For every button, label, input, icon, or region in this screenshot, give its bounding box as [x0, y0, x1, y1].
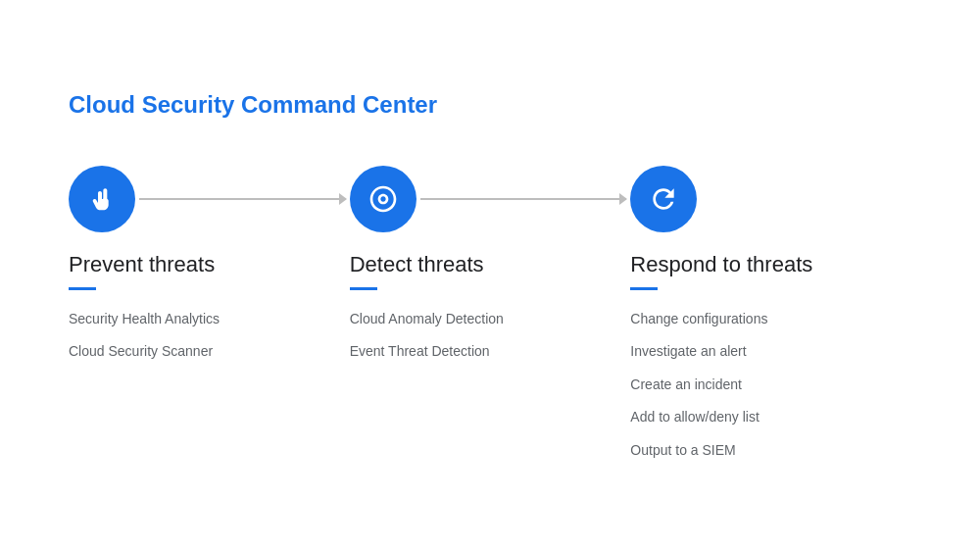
icon-row-respond	[630, 166, 911, 232]
main-container: Cloud Security Command Center Prevent th…	[69, 72, 911, 480]
detect-list: Cloud Anomaly Detection Event Threat Det…	[350, 310, 504, 362]
list-item: Cloud Security Scanner	[69, 342, 220, 362]
hand-icon	[86, 183, 118, 215]
list-item: Investigate an alert	[630, 342, 767, 362]
list-item: Output to a SIEM	[630, 441, 767, 461]
list-item: Event Threat Detection	[350, 342, 504, 362]
respond-underline	[630, 287, 658, 290]
column-respond: Respond to threats Change configurations…	[630, 166, 911, 461]
icon-circle-prevent	[69, 166, 135, 232]
refresh-icon	[648, 183, 679, 215]
respond-list: Change configurations Investigate an ale…	[630, 310, 767, 461]
icon-circle-respond	[630, 166, 697, 232]
column-prevent: Prevent threats Security Health Analytic…	[69, 166, 350, 362]
icon-row-prevent	[69, 166, 350, 232]
list-item: Create an incident	[630, 376, 767, 395]
prevent-list: Security Health Analytics Cloud Security…	[69, 310, 220, 362]
arrow-detect-to-respond	[420, 198, 627, 200]
target-icon	[368, 183, 399, 215]
respond-title: Respond to threats	[630, 252, 812, 277]
icon-row-detect	[350, 166, 631, 232]
prevent-underline	[69, 287, 96, 290]
columns-container: Prevent threats Security Health Analytic…	[69, 166, 911, 461]
detect-title: Detect threats	[350, 252, 484, 277]
list-item: Change configurations	[630, 310, 767, 329]
column-detect: Detect threats Cloud Anomaly Detection E…	[350, 166, 631, 362]
list-item: Cloud Anomaly Detection	[350, 310, 504, 329]
icon-circle-detect	[350, 166, 416, 232]
arrow-prevent-to-detect	[139, 198, 346, 200]
list-item: Add to allow/deny list	[630, 408, 767, 427]
prevent-title: Prevent threats	[69, 252, 215, 277]
page-title: Cloud Security Command Center	[69, 91, 911, 119]
list-item: Security Health Analytics	[69, 310, 220, 329]
detect-underline	[350, 287, 377, 290]
